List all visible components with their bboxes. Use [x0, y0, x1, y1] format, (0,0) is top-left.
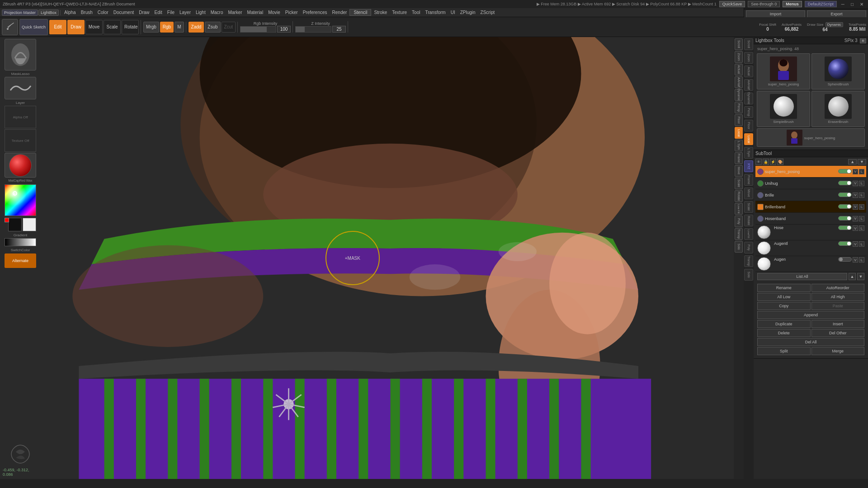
subtool-item-5[interactable]: Hose V L — [755, 225, 866, 240]
r-btn[interactable]: R — [860, 38, 866, 43]
merge-btn[interactable]: Merge — [811, 347, 865, 355]
import-btn[interactable]: Import — [746, 10, 805, 18]
append-btn[interactable]: Append — [757, 311, 864, 319]
scale-icon[interactable]: Scale — [744, 201, 753, 213]
solo-btn[interactable]: Solo — [735, 241, 743, 253]
paste-btn[interactable]: Paste — [811, 302, 865, 310]
persp-icon[interactable]: Persp — [744, 106, 753, 118]
subtool-item-6[interactable]: Augentl V L — [755, 240, 866, 256]
split-btn[interactable]: Split — [757, 347, 811, 355]
projection-master-btn[interactable]: Projection Master — [2, 9, 38, 16]
menu-layer[interactable]: Layer — [177, 9, 193, 15]
subtool-arrow-down[interactable]: ▼ — [857, 273, 864, 280]
menu-light[interactable]: Light — [193, 9, 208, 15]
lightbox-title[interactable]: Lightbox Tools SPix 3 R — [754, 37, 868, 44]
quick-sketch-btn[interactable]: Quick Sketch — [19, 19, 48, 35]
menu-stroke[interactable]: Stroke — [372, 9, 389, 15]
menu-ui[interactable]: UI — [448, 9, 458, 15]
dynamic-vp-btn[interactable]: Dynamic — [735, 89, 743, 101]
insert-btn[interactable]: Insert — [811, 320, 865, 328]
linefill-icon[interactable]: LineFill — [744, 228, 753, 240]
lb-thumb-superhero[interactable]: super_hero_posing — [757, 53, 810, 89]
rgb-btn[interactable]: Rgb — [160, 22, 174, 33]
edit-btn[interactable]: Edit — [49, 20, 66, 34]
subtool-item-3[interactable]: Brillenband V L — [755, 201, 866, 213]
frame-btn[interactable]: Frame — [735, 152, 743, 164]
menu-movie[interactable]: Movie — [266, 9, 283, 15]
local-icon[interactable]: Local — [744, 133, 753, 145]
subtool-v-btn-1[interactable]: V — [853, 181, 858, 186]
maximize-btn[interactable]: □ — [849, 2, 855, 7]
black-swatch[interactable] — [5, 218, 9, 222]
lsym-icon[interactable]: L Sym — [744, 147, 753, 159]
texture-off-box[interactable]: Texture Off — [5, 129, 36, 152]
fg-color[interactable] — [8, 218, 22, 231]
menu-texture[interactable]: Texture — [390, 9, 409, 15]
poly-icon[interactable]: Poly — [744, 242, 753, 253]
subtool-v-btn-3[interactable]: V — [853, 204, 858, 210]
transp-btn[interactable]: Transp — [735, 228, 743, 240]
m-btn[interactable]: M — [175, 22, 184, 33]
stencil-btn[interactable]: Stencil — [349, 9, 371, 16]
default-zscript-button[interactable]: DefaultZScript — [805, 1, 837, 7]
subtool-item-2[interactable]: Brille V L — [755, 189, 866, 201]
subtool-item-7[interactable]: Augen V L — [755, 256, 866, 272]
del-all-btn[interactable]: Del All — [757, 338, 864, 346]
move-btn[interactable]: Move — [85, 20, 103, 34]
zoom-btn[interactable]: Zoom — [735, 51, 743, 63]
matcap-preview[interactable] — [5, 153, 36, 178]
subtool-toggle-7[interactable] — [838, 257, 852, 262]
lb-thumb-simple[interactable]: SimpleBrush — [757, 91, 810, 127]
color-picker[interactable] — [5, 184, 36, 216]
subtool-toggle-4[interactable] — [838, 216, 852, 221]
menu-document[interactable]: Document — [111, 9, 137, 15]
rotate-icon[interactable]: Rotate — [744, 215, 753, 226]
alternate-btn[interactable]: Alternate — [5, 253, 36, 268]
menu-draw[interactable]: Draw — [137, 9, 151, 15]
poly-btn[interactable]: Poly — [735, 216, 743, 227]
lightbox-btn[interactable]: LightBox — [38, 9, 59, 16]
linefill-btn[interactable]: Line Fill — [735, 203, 743, 215]
subtool-toggle-6[interactable] — [838, 241, 852, 246]
copy-sa-btn[interactable]: Copy — [757, 302, 811, 310]
subtool-l-btn-4[interactable]: L — [859, 216, 864, 221]
menu-picker[interactable]: Picker — [283, 9, 300, 15]
brush-preview[interactable] — [5, 39, 36, 70]
all-low-btn[interactable]: All Low — [757, 293, 811, 301]
solo-icon[interactable]: Solo — [744, 269, 753, 281]
menu-brush[interactable]: Brush — [79, 9, 95, 15]
subtool-l-btn-0[interactable]: L — [859, 169, 864, 174]
eye-icon-btn[interactable]: 👁 — [755, 159, 762, 165]
subtool-item-4[interactable]: Hosenband V L — [755, 213, 866, 225]
subtool-v-btn-4[interactable]: V — [853, 216, 858, 221]
menu-render[interactable]: Render — [330, 9, 349, 15]
menu-zplugin[interactable]: ZPlugin — [458, 9, 478, 15]
all-high-btn[interactable]: All High — [811, 293, 865, 301]
dynamic-btn[interactable]: Dynamic — [826, 22, 843, 27]
dynamic-icon[interactable]: Dynamic — [744, 93, 753, 104]
menu-color[interactable]: Color — [95, 9, 111, 15]
subtool-toggle-1[interactable] — [838, 181, 852, 185]
subtool-down-btn[interactable]: ▼ — [858, 159, 866, 164]
subtool-v-btn-0[interactable]: V — [853, 169, 858, 174]
subtool-l-btn-6[interactable]: L — [859, 241, 864, 247]
list-all-btn[interactable]: List All — [757, 273, 847, 280]
color-icon-btn[interactable]: 🎨 — [777, 159, 783, 165]
subtool-v-btn-5[interactable]: V — [853, 225, 858, 231]
menu-file[interactable]: File — [165, 9, 177, 15]
floor-btn[interactable]: Floor — [735, 114, 743, 126]
gradient-box[interactable] — [5, 238, 36, 246]
z-intensity-slider[interactable] — [295, 26, 331, 33]
lock-icon-btn[interactable]: 🔒 — [763, 159, 769, 165]
persp-btn[interactable]: Persp — [735, 102, 743, 113]
autoreorder-btn[interactable]: AutoReorder — [811, 284, 865, 292]
quicksave-button[interactable]: QuickSave — [719, 1, 745, 7]
subtool-item-0[interactable]: super_hero_posing V L — [755, 166, 866, 178]
subtool-l-btn-2[interactable]: L — [859, 192, 864, 198]
actual-btn[interactable]: Actual — [735, 64, 743, 75]
menus-button[interactable]: Menus — [783, 1, 802, 7]
lb-thumb-eraser[interactable]: EraserBrush — [811, 91, 865, 127]
menu-macro[interactable]: Macro — [208, 9, 226, 15]
menu-alpha[interactable]: Alpha — [62, 9, 78, 15]
menu-preferences[interactable]: Preferences — [301, 9, 330, 15]
